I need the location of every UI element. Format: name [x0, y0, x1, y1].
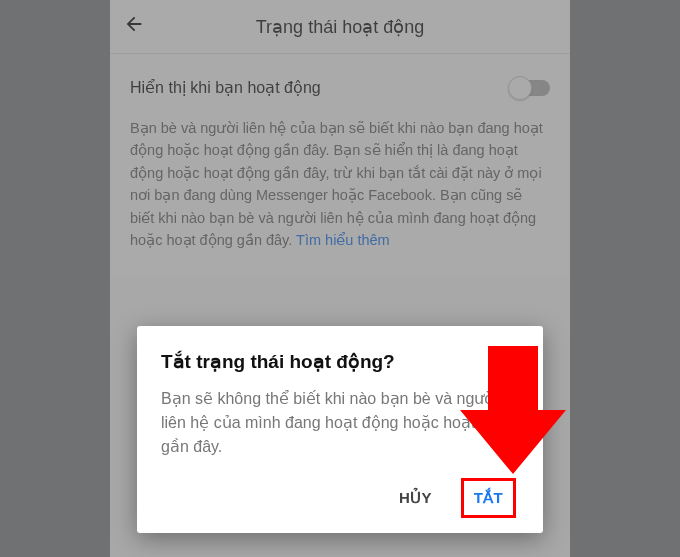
page-title: Trạng thái hoạt động [110, 16, 570, 38]
dialog-body: Bạn sẽ không thể biết khi nào bạn bè và … [161, 387, 519, 459]
active-status-toggle[interactable] [510, 80, 550, 96]
active-status-description: Bạn bè và người liên hệ của bạn sẽ biết … [110, 103, 570, 276]
active-status-label: Hiển thị khi bạn hoạt động [130, 78, 510, 97]
confirm-button[interactable]: TẮT [464, 481, 513, 515]
header-bar: Trạng thái hoạt động [110, 0, 570, 54]
cancel-button[interactable]: HỦY [389, 481, 442, 515]
dialog-title: Tắt trạng thái hoạt động? [161, 350, 519, 373]
settings-screen: Trạng thái hoạt động Hiển thị khi bạn ho… [110, 0, 570, 557]
active-status-row[interactable]: Hiển thị khi bạn hoạt động [110, 54, 570, 103]
description-text: Bạn bè và người liên hệ của bạn sẽ biết … [130, 120, 543, 248]
dialog-actions: HỦY TẮT [161, 481, 519, 521]
confirm-dialog: Tắt trạng thái hoạt động? Bạn sẽ không t… [137, 326, 543, 533]
learn-more-link[interactable]: Tìm hiểu thêm [296, 232, 390, 248]
